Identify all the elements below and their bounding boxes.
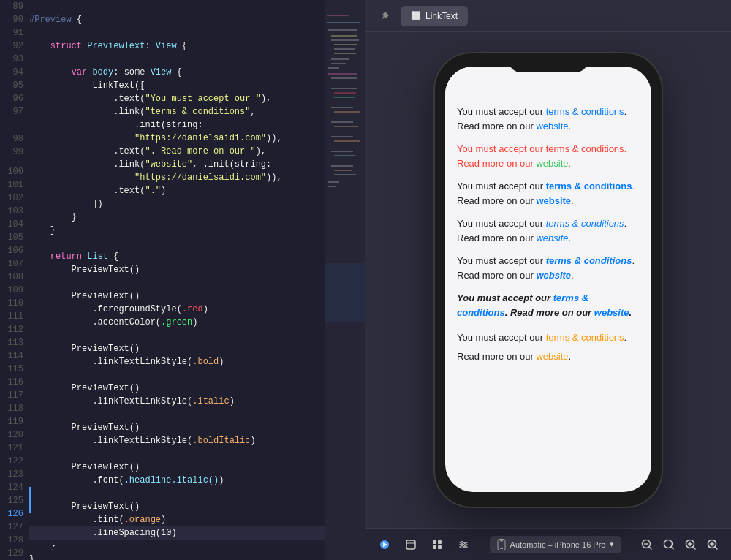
svg-rect-43 xyxy=(500,548,503,549)
code-content[interactable]: #Preview { struct PreviewText: View { va… xyxy=(29,0,366,560)
svg-rect-35 xyxy=(438,540,442,544)
link-website-1[interactable]: website xyxy=(536,121,568,132)
code-line xyxy=(29,368,366,382)
code-line: PreviewText() xyxy=(29,290,366,303)
code-line: #Preview { xyxy=(29,13,366,26)
code-line: .linkTextLinkStyle(.italic) xyxy=(29,395,366,408)
code-line xyxy=(29,447,366,461)
text-block-1: You must accept our terms & conditions. … xyxy=(457,105,640,133)
zoom-controls xyxy=(637,535,722,554)
svg-rect-6 xyxy=(334,48,355,50)
preview-footer: Automatic – iPhone 16 Pro ▾ xyxy=(366,528,731,560)
play-button[interactable] xyxy=(374,534,395,555)
code-line xyxy=(29,329,366,342)
text-block-2: You must accept our terms & conditions. … xyxy=(457,142,640,170)
svg-rect-16 xyxy=(331,107,353,108)
svg-rect-1 xyxy=(327,22,360,23)
code-line: } xyxy=(29,540,366,553)
zoom-out-button[interactable] xyxy=(637,535,656,554)
code-line xyxy=(29,237,366,250)
svg-rect-5 xyxy=(334,44,357,45)
iphone-screen: You must accept our terms & conditions. … xyxy=(445,67,651,492)
zoom-in-button[interactable] xyxy=(681,535,700,554)
linktext-tab[interactable]: ⬜ LinkText xyxy=(401,6,468,26)
link-website-2[interactable]: website xyxy=(536,158,568,169)
code-line: LinkText([ xyxy=(29,79,366,92)
svg-rect-8 xyxy=(331,58,349,60)
link-terms-7[interactable]: terms & conditions xyxy=(546,332,624,343)
text-block-4: You must accept our terms & conditions. … xyxy=(457,216,640,245)
grid-button[interactable] xyxy=(427,534,447,555)
svg-rect-29 xyxy=(325,263,366,322)
text-block-7: You must accept our terms & conditions. … xyxy=(457,328,640,366)
link-terms-5[interactable]: terms & conditions xyxy=(546,255,632,266)
link-terms-3[interactable]: terms & conditions xyxy=(546,181,632,192)
iphone-notch xyxy=(508,53,588,72)
svg-line-52 xyxy=(693,547,695,549)
code-editor: 89 90 91 92 93 94 95 96 97 98 99 100 101… xyxy=(0,0,366,560)
code-line: PreviewText() xyxy=(29,263,366,276)
device-selector[interactable]: Automatic – iPhone 16 Pro ▾ xyxy=(490,536,622,553)
code-line xyxy=(29,408,366,421)
svg-rect-15 xyxy=(334,97,355,98)
footer-controls xyxy=(374,534,474,555)
code-line: } xyxy=(29,211,366,224)
svg-rect-2 xyxy=(328,29,357,31)
code-line: .linkTextLinkStyle(.boldItalic) xyxy=(29,434,366,447)
svg-rect-32 xyxy=(406,540,415,549)
zoom-reset-button[interactable] xyxy=(659,535,678,554)
svg-point-40 xyxy=(461,545,463,548)
tab-icon: ⬜ xyxy=(411,11,421,20)
inspect-button[interactable] xyxy=(401,534,421,555)
svg-rect-23 xyxy=(334,155,355,156)
link-website-4[interactable]: website xyxy=(536,232,568,243)
settings-button[interactable] xyxy=(453,534,474,555)
svg-rect-26 xyxy=(334,174,356,175)
code-line xyxy=(29,53,366,66)
code-line: var body: some View { xyxy=(29,66,366,79)
svg-rect-3 xyxy=(331,35,357,37)
svg-rect-25 xyxy=(334,170,352,171)
svg-rect-36 xyxy=(433,545,436,549)
link-terms-1[interactable]: terms & conditions xyxy=(546,106,624,117)
svg-rect-7 xyxy=(334,53,356,54)
svg-rect-9 xyxy=(331,63,346,64)
link-website-5[interactable]: website xyxy=(536,270,571,281)
code-line xyxy=(29,0,366,13)
device-label: Automatic – iPhone 16 Pro xyxy=(510,540,606,549)
code-line: .link("terms & conditions", xyxy=(29,105,366,118)
svg-rect-21 xyxy=(334,140,360,142)
svg-line-48 xyxy=(671,547,673,549)
link-website-7[interactable]: website xyxy=(536,351,568,362)
svg-line-56 xyxy=(715,547,717,549)
link-website-3[interactable]: website xyxy=(536,195,571,206)
code-line: .accentColor(.green) xyxy=(29,316,366,329)
svg-rect-24 xyxy=(331,165,353,167)
preview-panel: ⬜ LinkText You must accept our terms & c… xyxy=(366,0,731,560)
link-terms-4[interactable]: terms & conditions xyxy=(546,218,624,229)
code-line: struct PreviewText: View { xyxy=(29,39,366,53)
code-line: PreviewText() xyxy=(29,421,366,434)
text-block-3: You must accept our terms & conditions. … xyxy=(457,179,640,208)
code-line: .init(string: xyxy=(29,118,366,132)
code-line: PreviewText() xyxy=(29,500,366,513)
zoom-fit-button[interactable] xyxy=(703,535,722,554)
tab-label: LinkText xyxy=(425,11,458,21)
code-line: .foregroundStyle(.red) xyxy=(29,303,366,316)
code-line: .text("You must accept our "), xyxy=(29,92,366,105)
svg-rect-17 xyxy=(334,111,360,113)
svg-rect-10 xyxy=(328,67,339,69)
link-terms-2[interactable]: terms & conditions xyxy=(546,143,624,154)
code-line: PreviewText() xyxy=(29,342,366,355)
pin-button[interactable] xyxy=(374,6,395,26)
svg-rect-11 xyxy=(328,73,357,75)
link-website-6[interactable]: website xyxy=(594,307,629,318)
minimap xyxy=(325,0,366,560)
code-line: PreviewText() xyxy=(29,382,366,395)
code-line xyxy=(29,26,366,39)
preview-content: You must accept our terms & conditions. … xyxy=(366,32,731,528)
code-line xyxy=(29,276,366,290)
code-line: .text(". Read more on our "), xyxy=(29,145,366,158)
code-line: .linkTextLinkStyle(.bold) xyxy=(29,355,366,368)
screen-content: You must accept our terms & conditions. … xyxy=(445,96,651,492)
